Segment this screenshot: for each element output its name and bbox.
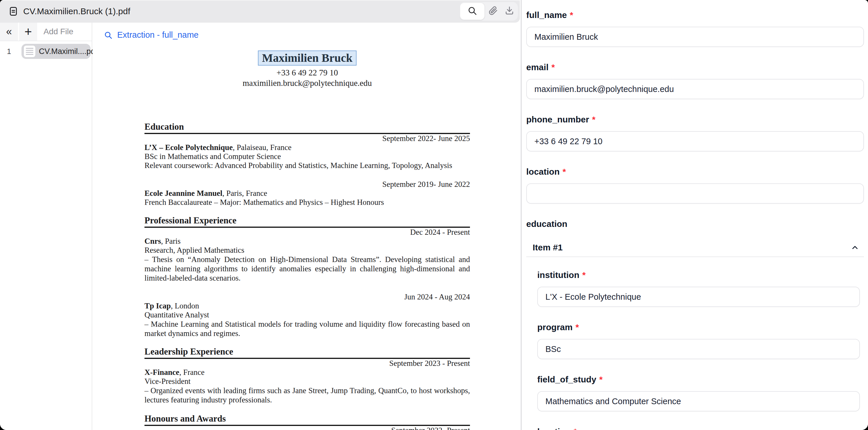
cv-paragraph: – Machine Learning and Statistical model… — [145, 319, 470, 338]
field-label: program* — [537, 322, 860, 333]
cv-section-heading-leadership: Leadership Experience — [145, 347, 470, 359]
sidebar-header: « + Add File — [0, 23, 92, 41]
document-icon — [8, 6, 19, 17]
cv-org-line: Tp Icap, London — [145, 301, 470, 310]
extraction-search-icon — [104, 31, 113, 39]
form-field-full-name: full_name* — [526, 10, 864, 47]
form-field-education-location: location* — [537, 427, 860, 430]
file-chip-label: CV.Maximil....pdf — [39, 47, 97, 56]
location-input[interactable] — [526, 183, 864, 204]
phone-number-input[interactable] — [526, 131, 864, 151]
plus-icon: + — [24, 24, 32, 39]
extraction-status-bar: Extraction - full_name — [104, 30, 198, 40]
field-of-study-input[interactable] — [537, 391, 860, 411]
form-field-email: email* — [526, 62, 864, 99]
add-file-label[interactable]: Add File — [43, 23, 73, 41]
cv-section-heading-education: Education — [145, 122, 470, 134]
required-asterisk: * — [576, 322, 579, 333]
institution-input[interactable] — [537, 287, 860, 307]
cv-line: French Baccalaureate – Major: Mathematic… — [145, 198, 470, 207]
file-list-row: 1 CV.Maximil....pdf — [0, 43, 92, 59]
cv-org-line: Ecole Jeannine Manuel, Paris, France — [145, 189, 470, 198]
field-label: full_name* — [526, 10, 864, 20]
field-label: institution* — [537, 270, 860, 280]
field-label: phone_number* — [526, 114, 864, 125]
required-asterisk: * — [570, 10, 573, 20]
cv-email: maximilien.bruck@polytechnique.edu — [145, 78, 470, 88]
cv-paragraph: – Organized events with leading firms su… — [145, 386, 470, 404]
cv-section-heading-honours: Honours and Awards — [145, 414, 470, 426]
cv-name-line: Maximilien Bruck — [145, 51, 470, 66]
cv-org-line: L’X – Ecole Polytechnique, Palaiseau, Fr… — [145, 143, 470, 152]
cv-education-entry: September 2022- June 2025 L’X – Ecole Po… — [145, 134, 470, 170]
required-asterisk: * — [592, 114, 596, 125]
cv-org-line: Cnrs, Paris — [145, 237, 470, 246]
field-label: location* — [526, 166, 864, 177]
thumbnail-sidebar: « + Add File 1 CV.Maximil....pdf — [0, 23, 92, 430]
double-chevron-left-icon: « — [6, 26, 12, 38]
cv-date: September 2022- June 2025 — [145, 134, 470, 143]
education-item-label: Item #1 — [533, 243, 562, 252]
cv-date: Jun 2024 - Aug 2024 — [145, 293, 470, 301]
search-button[interactable] — [460, 3, 485, 20]
collapse-sidebar-button[interactable]: « — [0, 23, 18, 41]
email-input[interactable] — [526, 79, 864, 99]
cv-paragraph: – Thesis on “Anomaly Detection on High-D… — [145, 255, 470, 283]
cv-date: September 2019- June 2022 — [145, 180, 470, 189]
form-field-program: program* — [537, 322, 860, 359]
field-label: email* — [526, 62, 864, 72]
chevron-up-icon[interactable] — [850, 243, 859, 252]
cv-phone: +33 6 49 22 79 10 — [145, 68, 470, 77]
extraction-form-panel: full_name* email* phone_number* location… — [521, 0, 868, 430]
cv-professional-entry: Dec 2024 - Present Cnrs, Paris Research,… — [145, 228, 470, 283]
cv-professional-entry: Jun 2024 - Aug 2024 Tp Icap, London Quan… — [145, 293, 470, 338]
cv-section-heading-professional: Professional Experience — [145, 216, 470, 228]
paperclip-icon — [488, 6, 498, 17]
required-asterisk: * — [582, 270, 586, 280]
extraction-highlight: Maximilien Bruck — [258, 51, 356, 66]
pdf-viewer: Extraction - full_name Maximilien Bruck … — [93, 23, 520, 430]
education-item-fields: institution* program* field_of_study* lo… — [526, 257, 864, 430]
app-window: CV.Maximilien.Bruck (1).pdf « + — [0, 0, 868, 430]
required-asterisk: * — [574, 427, 577, 430]
pdf-toolbar: CV.Maximilien.Bruck (1).pdf — [0, 0, 520, 23]
program-input[interactable] — [537, 339, 860, 359]
education-group-label: education — [526, 219, 864, 229]
download-icon — [504, 6, 514, 17]
page-number: 1 — [0, 43, 18, 59]
cv-date: September 2022- Present — [145, 426, 470, 430]
cv-line: Relevant coursework: Advanced Probabilit… — [145, 161, 470, 170]
file-chip-selected[interactable]: CV.Maximil....pdf — [22, 44, 91, 59]
cv-date: Dec 2024 - Present — [145, 228, 470, 237]
field-label: location* — [537, 427, 860, 430]
form-field-phone-number: phone_number* — [526, 114, 864, 151]
form-field-institution: institution* — [537, 270, 860, 307]
search-icon — [467, 6, 477, 17]
education-group: education Item #1 institution* program* — [526, 219, 864, 430]
cv-role: Quantitative Analyst — [145, 310, 470, 319]
attach-button[interactable] — [485, 3, 501, 20]
cv-leadership-entry: September 2023 - Present X-Finance, Fran… — [145, 359, 470, 404]
document-title: CV.Maximilien.Bruck (1).pdf — [23, 0, 130, 23]
add-file-button[interactable]: + — [19, 23, 37, 41]
form-field-location: location* — [526, 166, 864, 204]
cv-line: BSc in Mathematics and Computer Science — [145, 152, 470, 161]
education-item-header[interactable]: Item #1 — [526, 240, 864, 255]
cv-role: Vice-President — [145, 377, 470, 386]
required-asterisk: * — [562, 166, 566, 177]
file-thumbnail-icon — [24, 45, 35, 57]
field-label: field_of_study* — [537, 374, 860, 385]
required-asterisk: * — [599, 374, 602, 385]
toolbar-button-group — [459, 2, 518, 21]
pdf-document: Maximilien Bruck +33 6 49 22 79 10 maxim… — [145, 51, 470, 430]
full-name-input[interactable] — [526, 27, 864, 47]
required-asterisk: * — [552, 62, 555, 72]
extraction-label: Extraction - full_name — [117, 30, 198, 40]
cv-education-entry: September 2019- June 2022 Ecole Jeannine… — [145, 180, 470, 207]
cv-org-line: X-Finance, France — [145, 368, 470, 377]
cv-role: Research, Applied Mathematics — [145, 246, 470, 255]
download-button[interactable] — [501, 3, 518, 20]
cv-date: September 2023 - Present — [145, 359, 470, 368]
form-field-field-of-study: field_of_study* — [537, 374, 860, 411]
